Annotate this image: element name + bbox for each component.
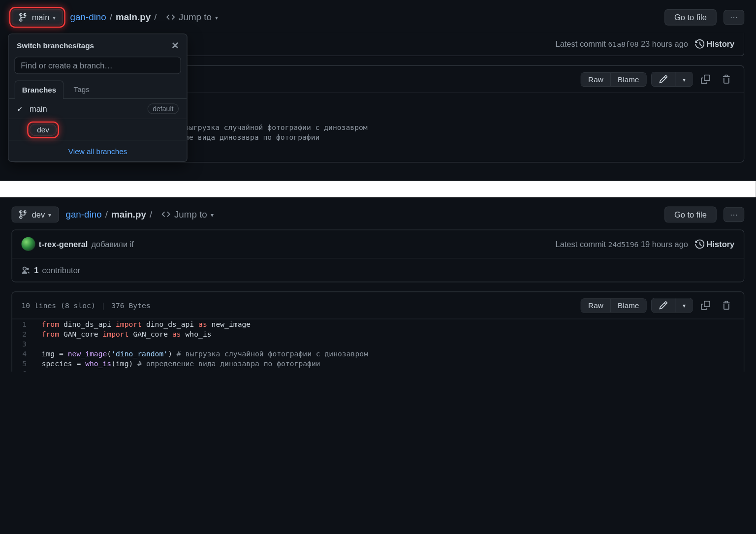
branch-switcher-highlight: main ▾ xyxy=(12,9,63,26)
go-to-file-button[interactable]: Go to file xyxy=(664,9,717,26)
commit-message[interactable]: добавили if xyxy=(91,239,133,249)
pencil-icon xyxy=(659,301,668,310)
caret-down-icon: ▾ xyxy=(48,211,51,218)
commit-author[interactable]: t-rex-general xyxy=(39,239,88,249)
breadcrumb: gan-dino / main.py / xyxy=(65,209,152,220)
panel-separator xyxy=(0,181,756,197)
branch-switcher-button[interactable]: dev ▾ xyxy=(12,206,59,222)
delete-button[interactable] xyxy=(718,72,734,86)
default-badge: default xyxy=(148,103,179,114)
branch-search-input[interactable]: Find or create a branch… xyxy=(14,57,181,74)
top-panel: main ▾ gan-dino / main.py / Jump to ▾ Go… xyxy=(0,0,756,181)
breadcrumb-file: main.py xyxy=(116,12,151,23)
avatar[interactable] xyxy=(21,237,35,251)
commit-sha[interactable]: 24d5196 xyxy=(608,240,638,249)
branch-item-dev[interactable]: dev xyxy=(9,119,187,141)
branch-item-main[interactable]: ✓ main default xyxy=(9,99,187,119)
history-button[interactable]: History xyxy=(695,39,734,49)
pencil-icon xyxy=(659,75,668,84)
breadcrumb-repo[interactable]: gan-dino xyxy=(70,12,106,23)
delete-button[interactable] xyxy=(718,298,734,312)
view-all-branches-link[interactable]: View all branches xyxy=(68,147,127,156)
commit-time[interactable]: 19 hours ago xyxy=(641,239,688,249)
tab-branches[interactable]: Branches xyxy=(14,80,63,99)
commit-sha[interactable]: 61a8f08 xyxy=(608,40,638,49)
branch-name: dev xyxy=(32,210,45,220)
caret-down-icon: ▾ xyxy=(683,76,686,83)
copy-icon xyxy=(701,301,710,310)
copy-button[interactable] xyxy=(697,298,714,312)
git-branch-icon xyxy=(19,13,29,22)
dropdown-title: Switch branches/tags xyxy=(17,41,94,50)
branch-name: main xyxy=(32,13,50,22)
history-icon xyxy=(695,39,704,49)
copy-button[interactable] xyxy=(697,72,714,86)
tab-tags[interactable]: Tags xyxy=(66,80,97,98)
branch-switcher-button[interactable]: main ▾ xyxy=(12,9,63,26)
caret-down-icon: ▾ xyxy=(211,211,214,218)
git-branch-icon xyxy=(19,210,29,220)
more-options-button[interactable]: ⋯ xyxy=(724,10,744,25)
check-icon: ✓ xyxy=(17,104,25,113)
trash-icon xyxy=(722,301,731,310)
edit-button[interactable] xyxy=(652,298,675,312)
file-size: 376 Bytes xyxy=(111,301,151,310)
edit-menu-button[interactable]: ▾ xyxy=(675,298,692,312)
code-icon xyxy=(161,210,171,220)
file-stats: 10 lines (8 sloc) xyxy=(21,301,95,310)
close-icon[interactable]: ✕ xyxy=(171,40,179,51)
blame-button[interactable]: Blame xyxy=(610,72,646,86)
go-to-file-button[interactable]: Go to file xyxy=(664,206,717,222)
raw-button[interactable]: Raw xyxy=(581,72,610,86)
dev-branch-highlight: dev xyxy=(30,124,57,136)
history-icon xyxy=(695,239,704,249)
breadcrumb-file: main.py xyxy=(111,209,146,220)
history-button[interactable]: History xyxy=(695,239,734,249)
trash-icon xyxy=(722,75,731,84)
jump-to-button[interactable]: Jump to ▾ xyxy=(161,209,214,220)
caret-down-icon: ▾ xyxy=(683,303,686,309)
edit-menu-button[interactable]: ▾ xyxy=(675,72,692,86)
branch-dropdown: Switch branches/tags ✕ Find or create a … xyxy=(8,33,187,162)
breadcrumb: gan-dino / main.py / xyxy=(70,12,157,23)
caret-down-icon: ▾ xyxy=(53,14,56,21)
code-content: 1from dino_ds_api import dino_ds_api as … xyxy=(12,319,744,372)
contributors-row[interactable]: 1 contributor xyxy=(12,258,744,282)
edit-button[interactable] xyxy=(652,72,675,86)
raw-blame-group: Raw Blame xyxy=(581,72,647,86)
caret-down-icon: ▾ xyxy=(215,14,218,21)
blame-button[interactable]: Blame xyxy=(610,299,646,312)
people-icon xyxy=(21,265,31,275)
jump-to-button[interactable]: Jump to ▾ xyxy=(166,12,218,23)
more-options-button[interactable]: ⋯ xyxy=(724,207,744,222)
copy-icon xyxy=(701,75,710,84)
raw-button[interactable]: Raw xyxy=(581,299,610,312)
bottom-panel: dev ▾ gan-dino / main.py / Jump to ▾ Go … xyxy=(0,197,756,372)
breadcrumb-repo[interactable]: gan-dino xyxy=(65,209,101,220)
code-icon xyxy=(166,13,175,22)
commit-time[interactable]: 23 hours ago xyxy=(641,39,688,49)
